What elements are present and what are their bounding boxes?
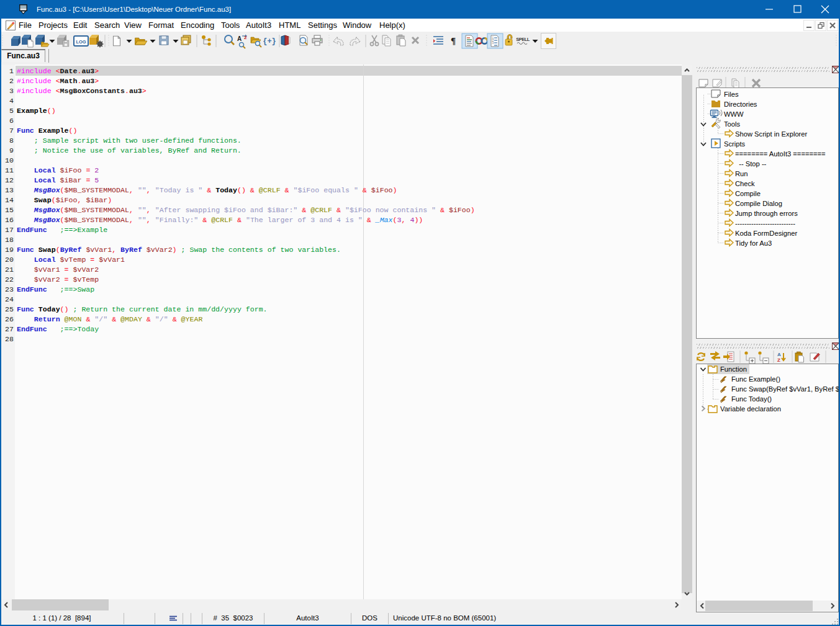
svg-text:3: 3 [492,41,494,45]
svg-text:Z: Z [777,357,780,363]
svg-text:¶: ¶ [451,36,456,46]
svg-text:LOG: LOG [76,39,86,45]
svg-text:A: A [777,352,781,357]
svg-text:{+}: {+} [263,37,276,46]
svg-text:2: 2 [244,35,247,40]
svg-text:SPELL: SPELL [516,37,530,42]
svg-text:A: A [237,35,242,42]
